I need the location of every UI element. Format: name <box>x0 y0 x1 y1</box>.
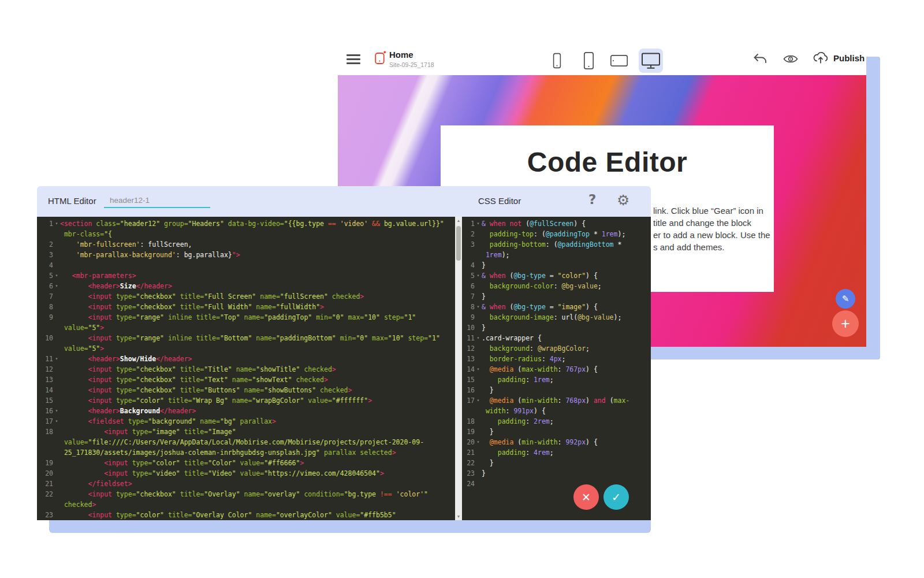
fold-spacer <box>475 343 482 354</box>
phone-small-icon <box>553 53 561 69</box>
line-number <box>37 437 53 447</box>
line-number: 9 <box>37 312 53 323</box>
code-line: 2 padding-top: (@paddingTop * 1rem); <box>462 229 651 239</box>
fold-toggle-icon[interactable]: ▾ <box>475 395 482 406</box>
hamburger-icon <box>346 54 362 64</box>
code-line: 3 'mbr-parallax-background': bg.parallax… <box>37 250 455 260</box>
pencil-icon: ✎ <box>842 294 850 304</box>
add-block-button[interactable]: + <box>832 310 859 337</box>
fold-spacer <box>53 375 60 385</box>
code-line: 10} <box>462 323 651 333</box>
line-number <box>37 447 53 458</box>
fold-spacer <box>475 427 482 437</box>
device-tablet-button[interactable] <box>607 49 631 73</box>
device-phone-large-button[interactable] <box>576 49 601 73</box>
hero-text-line: title and change the block <box>653 217 770 229</box>
code-line: 1▾<section class="header12" group="Heade… <box>37 218 455 229</box>
device-desktop-button[interactable] <box>639 49 663 73</box>
fold-toggle-icon[interactable]: ▾ <box>53 271 60 281</box>
code-line: 25_171830/assets/images/joshua-coleman-i… <box>37 447 455 458</box>
editor-panes: 1▾<section class="header12" group="Heade… <box>37 217 651 520</box>
code-line: 12 <input type="checkbox" title="Title" … <box>37 364 455 375</box>
code-line: 6 background-color: @bg-value; <box>462 281 651 291</box>
code-line: 19 } <box>462 427 651 437</box>
fold-spacer <box>475 260 482 271</box>
publish-label: Publish <box>833 53 865 63</box>
fold-spacer <box>53 510 60 520</box>
fold-toggle-icon[interactable]: ▾ <box>475 333 482 343</box>
line-number: 8 <box>37 302 53 312</box>
scrollbar-thumb[interactable] <box>456 226 461 261</box>
fold-spacer <box>53 323 60 333</box>
code-line: 16▾ <header>Background</header> <box>37 406 455 416</box>
scroll-up-icon[interactable]: ▲ <box>455 218 462 223</box>
fold-spacer <box>475 291 482 302</box>
code-line: 4} <box>462 260 651 271</box>
settings-button[interactable]: ⚙ <box>617 192 629 209</box>
scroll-down-icon[interactable]: ▼ <box>455 514 462 518</box>
page-title-block[interactable]: Home Site-09-25_1718 <box>389 50 434 68</box>
line-number: 16 <box>462 385 475 395</box>
fold-toggle-icon[interactable]: ▾ <box>475 218 482 229</box>
code-line: 4 <box>37 260 455 271</box>
fold-spacer <box>475 312 482 323</box>
code-line: 5▾& when (@bg-type = "color") { <box>462 271 651 281</box>
code-line: 8 <input type="checkbox" title="Full Wid… <box>37 302 455 312</box>
html-pane-scrollbar[interactable]: ▲ ▼ <box>455 217 462 520</box>
preview-button[interactable] <box>783 54 798 64</box>
fold-spacer <box>475 354 482 364</box>
code-line: 17▾ @media (min-width: 768px) and (max- <box>462 395 651 406</box>
line-number: 21 <box>462 447 475 458</box>
fold-spacer <box>475 406 482 416</box>
fold-spacer <box>53 260 60 271</box>
fold-toggle-icon[interactable]: ▾ <box>53 281 60 291</box>
code-editor-dialog: HTML Editor header12-1 CSS Editor ? ⚙ 1▾… <box>37 186 651 520</box>
code-line: 15 padding: 1rem; <box>462 375 651 385</box>
hero-title: Code Editor <box>441 146 774 178</box>
publish-button[interactable]: Publish <box>813 51 865 65</box>
block-name-input[interactable]: header12-1 <box>104 193 210 208</box>
code-line: 20 <input type="video" title="Video" val… <box>37 468 455 479</box>
code-line: 23 <input type="color" title="Overlay Co… <box>37 510 455 520</box>
undo-icon <box>752 52 767 66</box>
line-number: 13 <box>37 375 53 385</box>
fold-toggle-icon[interactable]: ▾ <box>475 302 482 312</box>
code-line: 23} <box>462 468 651 479</box>
line-number: 24 <box>462 479 475 489</box>
html-code-pane[interactable]: 1▾<section class="header12" group="Heade… <box>37 217 455 520</box>
code-line: 12 background: @wrapBgColor; <box>462 343 651 354</box>
fold-spacer <box>53 427 60 437</box>
line-number <box>37 343 53 354</box>
fold-spacer <box>53 395 60 406</box>
code-line: 5▾ <mbr-parameters> <box>37 271 455 281</box>
fold-toggle-icon[interactable]: ▾ <box>475 271 482 281</box>
code-line: mbr-class="{ <box>37 229 455 239</box>
code-line: 9 <input type="range" inline title="Top"… <box>37 312 455 323</box>
fold-toggle-icon[interactable]: ▾ <box>53 354 60 364</box>
line-number: 14 <box>462 364 475 375</box>
hero-text-line: er to add a new block. Use the <box>653 229 770 241</box>
help-button[interactable]: ? <box>588 192 596 207</box>
fold-toggle-icon[interactable]: ▾ <box>53 416 60 427</box>
code-line: 20▾ @media (min-width: 992px) { <box>462 437 651 447</box>
fold-spacer <box>475 281 482 291</box>
line-number: 15 <box>462 375 475 385</box>
css-code-pane[interactable]: 1▾& when not (@fullScreen) {2 padding-to… <box>462 217 651 520</box>
edit-block-button[interactable]: ✎ <box>836 289 855 309</box>
help-icon: ? <box>588 192 596 207</box>
apply-button[interactable]: ✓ <box>603 484 629 510</box>
fold-spacer <box>475 447 482 458</box>
fold-toggle-icon[interactable]: ▾ <box>53 218 60 229</box>
fold-toggle-icon[interactable]: ▾ <box>53 406 60 416</box>
fold-toggle-icon[interactable]: ▾ <box>475 437 482 447</box>
code-line: 8▾& when (@bg-type = "image") { <box>462 302 651 312</box>
undo-button[interactable] <box>752 52 767 66</box>
code-editor-header: HTML Editor header12-1 CSS Editor ? ⚙ <box>37 186 651 217</box>
fold-toggle-icon[interactable]: ▾ <box>475 364 482 375</box>
fold-spacer <box>475 385 482 395</box>
mobirise-logo-icon <box>374 50 388 65</box>
cancel-button[interactable]: ✕ <box>573 484 599 510</box>
device-phone-small-button[interactable] <box>545 49 569 73</box>
menu-button[interactable] <box>346 54 362 66</box>
code-line: 11▾.card-wrapper { <box>462 333 651 343</box>
